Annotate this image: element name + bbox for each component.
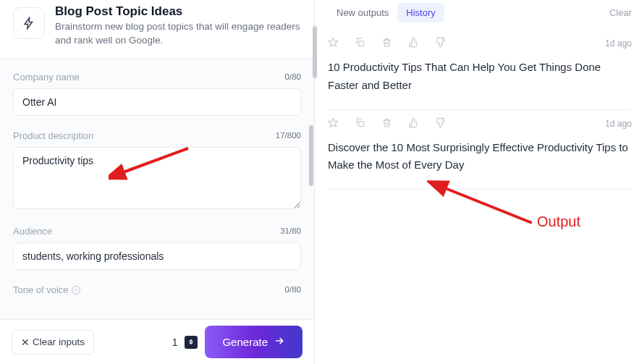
delete-icon[interactable] [381, 117, 392, 130]
copy-icon[interactable] [355, 37, 365, 50]
tone-label: Tone of voice? [13, 284, 80, 295]
audience-count: 31/80 [280, 227, 301, 235]
quantity-value: 1 [172, 337, 178, 348]
thumbs-up-icon[interactable] [408, 117, 419, 130]
close-icon: ✕ [21, 337, 30, 348]
output-timestamp: 1d ago [605, 119, 632, 129]
company-name-input[interactable] [13, 88, 301, 116]
svg-rect-1 [359, 121, 364, 126]
audience-input[interactable] [13, 242, 301, 270]
company-name-group: Company name 0/80 [13, 72, 301, 116]
help-icon[interactable]: ? [72, 286, 80, 295]
scrollbar-thumb[interactable] [309, 125, 313, 186]
generate-button[interactable]: Generate [205, 326, 302, 358]
star-icon[interactable] [328, 37, 339, 50]
output-timestamp: 1d ago [605, 38, 632, 48]
input-panel: Blog Post Topic Ideas Brainstorm new blo… [0, 0, 315, 364]
thumbs-up-icon[interactable] [408, 37, 419, 50]
template-subtitle: Brainstorm new blog post topics that wil… [55, 20, 301, 48]
product-description-group: Product description 17/800 [13, 130, 301, 211]
footer-bar: ✕ Clear inputs 1 Generate [0, 319, 314, 364]
thumbs-down-icon[interactable] [435, 37, 446, 50]
form-scroll-area[interactable]: Company name 0/80 Product description 17… [0, 58, 314, 319]
output-card[interactable]: 1d ago Discover the 10 Most Surprisingly… [328, 110, 632, 190]
chevron-up-icon[interactable] [189, 339, 193, 342]
audience-label: Audience [13, 226, 52, 237]
template-icon-lightning [13, 7, 45, 39]
generate-label: Generate [222, 336, 268, 348]
product-description-count: 17/800 [276, 131, 301, 140]
output-panel: New outputs History Clear 1d ago 10 Prod… [315, 0, 639, 364]
delete-icon[interactable] [381, 37, 392, 50]
product-description-input[interactable] [13, 147, 301, 209]
tab-new-outputs[interactable]: New outputs [328, 3, 397, 22]
output-card[interactable]: 1d ago 10 Productivity Tips That Can Hel… [328, 30, 632, 110]
company-name-label: Company name [13, 72, 80, 82]
template-title: Blog Post Topic Ideas [55, 4, 301, 19]
star-icon[interactable] [328, 117, 339, 130]
clear-outputs-button[interactable]: Clear [609, 7, 632, 18]
tone-count: 0/80 [285, 285, 301, 294]
clear-inputs-label: Clear inputs [33, 337, 85, 347]
quantity-stepper[interactable]: 1 [172, 336, 198, 349]
chevron-down-icon[interactable] [189, 342, 193, 344]
tab-history[interactable]: History [397, 3, 444, 22]
scrollbar-thumb[interactable] [313, 26, 317, 78]
clear-inputs-button[interactable]: ✕ Clear inputs [12, 330, 94, 355]
quantity-step-buttons[interactable] [185, 336, 198, 349]
thumbs-down-icon[interactable] [435, 117, 446, 130]
copy-icon[interactable] [355, 117, 365, 130]
output-tabs: New outputs History Clear [328, 3, 632, 22]
company-name-count: 0/80 [285, 72, 301, 81]
arrow-right-icon [274, 335, 285, 349]
svg-rect-0 [359, 41, 364, 46]
template-header: Blog Post Topic Ideas Brainstorm new blo… [0, 0, 314, 58]
tone-group: Tone of voice? 0/80 [13, 284, 301, 295]
audience-group: Audience 31/80 [13, 226, 301, 270]
product-description-label: Product description [13, 130, 93, 141]
output-text: 10 Productivity Tips That Can Help You G… [328, 59, 632, 95]
output-text: Discover the 10 Most Surprisingly Effect… [328, 139, 632, 175]
